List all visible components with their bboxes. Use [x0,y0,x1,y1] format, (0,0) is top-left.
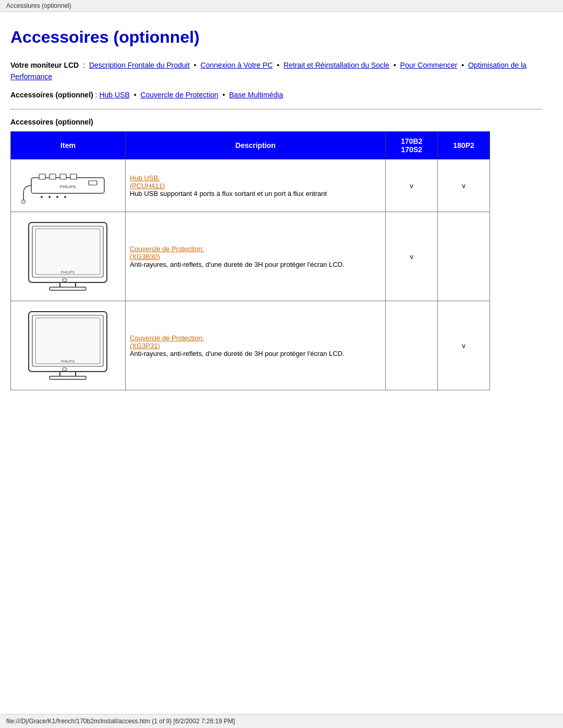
link-couvercle[interactable]: Couvercle de Protection [140,91,218,99]
svg-rect-1 [39,174,45,179]
svg-rect-18 [63,279,67,281]
browser-tab-text: Accessiures (optionnel) [6,2,71,9]
desc-cell-cover2: Couvercle de Protection:(XG3P31) Anti-ra… [125,301,385,390]
svg-rect-25 [50,376,86,379]
desc-cell-hub: Hub USB:(PCUH411) Hub USB supportant 4 p… [125,159,385,212]
lcd-label: Votre moniteur LCD [10,61,79,69]
check-170-cover2 [386,301,438,390]
browser-tab: Accessiures (optionnel) [0,0,563,12]
link-retrait[interactable]: Retrait et Réinstallation du Socle [284,61,389,69]
item-cell-hub: PHILIPS [11,159,126,212]
svg-text:PHILIPS: PHILIPS [61,360,75,363]
link-commencer[interactable]: Pour Commencer [400,61,458,69]
link-base-multimedia[interactable]: Base Multimédia [229,91,284,99]
svg-rect-22 [35,318,100,364]
check-180-cover1 [438,212,490,301]
svg-rect-14 [35,229,100,275]
svg-rect-5 [89,181,97,185]
accessories-table: Item Description 170B2170S2 180P2 [10,131,490,390]
svg-rect-2 [50,174,56,179]
status-bar-text: file:///D|/Grace/K1/french/170b2m/instal… [6,718,235,725]
check-170-cover1: v [386,212,438,301]
item-cell-cover1: PHILIPS [11,212,126,301]
svg-text:PHILIPS: PHILIPS [61,270,75,274]
table-header-row: Item Description 170B2170S2 180P2 [11,132,490,159]
svg-rect-26 [63,368,67,371]
svg-point-8 [48,196,51,198]
svg-rect-4 [70,174,77,179]
check-170-hub: v [386,159,438,212]
svg-point-7 [41,196,43,198]
item-cell-cover2: PHILIPS [11,301,126,390]
table-row: PHILIPS Couvercle de Protection:(XG3B30)… [11,212,490,301]
svg-text:PHILIPS: PHILIPS [60,184,76,189]
table-row: PHILIPS Couvercle de Protection:(XG3P31)… [11,301,490,390]
header-170b2: 170B2170S2 [386,132,438,159]
section-title: Accessoires (optionnel) [10,118,542,126]
status-bar: file:///D|/Grace/K1/french/170b2m/instal… [0,714,563,728]
divider [10,109,542,109]
svg-point-10 [64,196,66,198]
accessories-nav-label: Accessoires (optionnel) [10,91,93,99]
hub-usb-image: PHILIPS [21,165,115,206]
cover-xg3p31-link[interactable]: Couvercle de Protection:(XG3P31) [130,334,204,350]
header-180p2: 180P2 [438,132,490,159]
table-row: PHILIPS Hub USB:(PCUH411) Hub USB suppor… [11,159,490,212]
check-180-cover2: v [438,301,490,390]
desc-cell-cover1: Couvercle de Protection:(XG3B30) Anti-ra… [125,212,385,301]
nav-section-lcd: Votre moniteur LCD : Description Frontal… [10,59,542,83]
nav-section-accessories: Accessoires (optionnel) : Hub USB • Couv… [10,89,542,101]
cover-xg3p31-desc: Anti-rayures, anti-reflets, d'une dureté… [130,350,345,357]
cover-xg3b30-image: PHILIPS [21,217,115,295]
hub-usb-link[interactable]: Hub USB:(PCUH411) [130,174,165,190]
cover-xg3b30-desc: Anti-rayures, anti-reflets, d'une dureté… [130,261,345,268]
cover-xg3b30-link[interactable]: Couvercle de Protection:(XG3B30) [130,245,204,261]
svg-point-9 [56,196,58,198]
link-connexion[interactable]: Connexion à Votre PC [201,61,273,69]
svg-rect-3 [60,174,66,179]
link-description-frontale[interactable]: Description Frontale du Produit [89,61,190,69]
svg-rect-17 [50,287,86,290]
svg-rect-11 [22,200,25,203]
hub-usb-desc: Hub USB supportant 4 ports à flux sortan… [130,190,327,198]
header-description: Description [125,132,385,159]
page-title: Accessoires (optionnel) [10,28,542,47]
header-item: Item [11,132,126,159]
link-hub-usb[interactable]: Hub USB [99,91,129,99]
cover-xg3p31-image: PHILIPS [21,306,115,385]
check-180-hub: v [438,159,490,212]
